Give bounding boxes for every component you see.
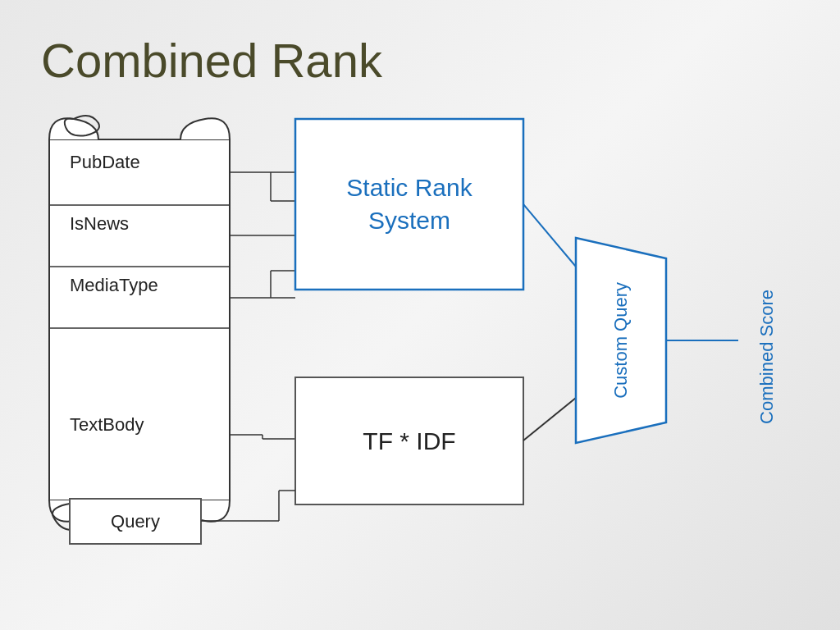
- slide: Combined Rank: [0, 0, 840, 630]
- svg-rect-12: [295, 119, 523, 290]
- static-rank-container: Static Rank System: [295, 119, 523, 290]
- custom-query-container: Custom Query: [576, 238, 666, 443]
- tfidf-label: TF * IDF: [363, 427, 455, 455]
- isnews-label: IsNews: [70, 213, 129, 235]
- diagram-area: PubDate IsNews MediaType TextBody Static…: [25, 107, 820, 607]
- combined-score-label: Combined Score: [756, 290, 778, 424]
- textbody-label: TextBody: [70, 414, 144, 436]
- pubdate-label: PubDate: [70, 152, 140, 173]
- combined-score-container: Combined Score: [738, 254, 796, 459]
- page-title: Combined Rank: [41, 33, 799, 88]
- custom-query-label: Custom Query: [610, 282, 632, 399]
- query-label: Query: [111, 511, 160, 532]
- svg-line-21: [523, 204, 576, 267]
- svg-rect-16: [295, 377, 523, 504]
- tfidf-container: TF * IDF: [295, 377, 523, 504]
- query-container: Query: [70, 499, 201, 544]
- mediatype-label: MediaType: [70, 275, 158, 296]
- svg-line-22: [523, 398, 576, 441]
- static-rank-label: Static Rank System: [346, 171, 472, 238]
- svg-rect-0: [49, 139, 230, 500]
